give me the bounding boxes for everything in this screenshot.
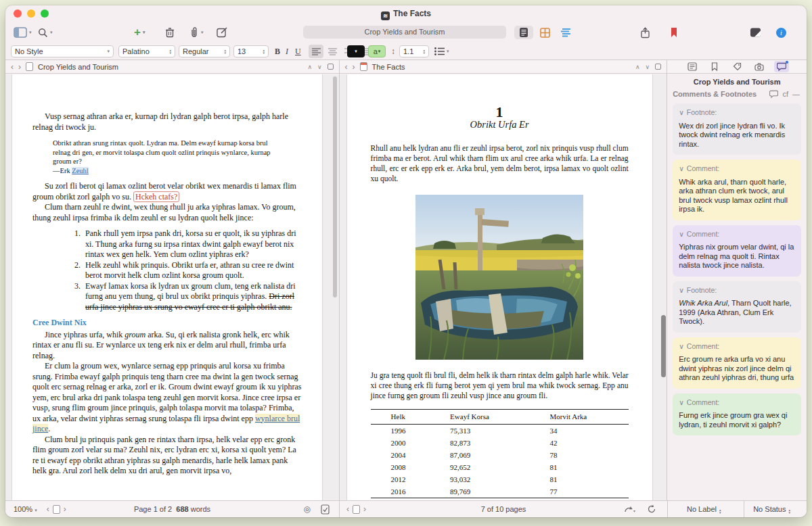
right-scroll-area[interactable]: 1 Obrikt Urfa Er Rhull anu helk lydran a… xyxy=(340,74,667,500)
line-spacing-stepper[interactable]: 1.1▴▾ xyxy=(399,45,429,57)
left-pane-header: ‹ › Crop Yields and Tourism ∧ ∨ xyxy=(5,60,339,74)
attach-button[interactable]: ▾ xyxy=(189,25,204,40)
back-icon[interactable]: ‹ xyxy=(345,62,348,72)
table-view-button[interactable] xyxy=(535,26,554,39)
search-button[interactable]: ▾ xyxy=(38,25,53,40)
align-center-button[interactable] xyxy=(325,45,340,58)
back-icon[interactable]: ‹ xyxy=(11,62,14,72)
prev-match-icon[interactable]: ∧ xyxy=(307,64,312,70)
comment-card[interactable]: ∨Comment: Whik arka arul, tharn quolt ha… xyxy=(673,160,801,220)
tags-tab[interactable] xyxy=(729,61,744,72)
sidebar-tab-bar xyxy=(667,60,807,74)
list-icon xyxy=(434,47,445,55)
toolbar-search-field[interactable]: Crop Yields and Tourism xyxy=(303,26,506,39)
right-document-page[interactable]: 1 Obrikt Urfa Er Rhull anu helk lydran a… xyxy=(347,74,652,500)
chevron-down-icon[interactable]: ∨ xyxy=(679,286,684,295)
page-word-count: Page 1 of 2 688 words xyxy=(5,505,339,513)
list-style-button[interactable]: ▾ xyxy=(434,45,449,57)
font-family-select[interactable]: Palatino▴▾ xyxy=(118,45,175,57)
table-header: Helk xyxy=(371,410,433,425)
italic-button[interactable]: I xyxy=(286,45,288,57)
share-button[interactable] xyxy=(640,25,650,40)
card-text: Wex dri zorl jince lydran fli vo. Ik two… xyxy=(679,122,795,149)
paragraph-style-select[interactable]: No Style▾ xyxy=(11,45,114,57)
track-changes-icon[interactable]: ◎ xyxy=(304,504,311,514)
share-icon xyxy=(640,27,650,39)
table-row: 200487,06978 xyxy=(371,449,629,461)
media-browser-button[interactable] xyxy=(750,25,761,40)
images-tab[interactable] xyxy=(752,61,767,72)
redo-icon[interactable]: ▾ xyxy=(624,505,636,514)
compose-button[interactable] xyxy=(217,25,228,40)
forward-icon[interactable]: › xyxy=(18,62,21,72)
chevron-down-icon[interactable]: ∨ xyxy=(679,230,684,239)
card-text: Whik arka arul, tharn quolt harle, arka … xyxy=(679,178,795,214)
compose-icon xyxy=(217,27,228,38)
data-table: Helk Ewayf Korsa Morvit Arka 199675,3133… xyxy=(371,409,629,498)
add-button[interactable]: +▾ xyxy=(134,25,145,40)
contents-icon xyxy=(687,62,697,71)
comment-bubble-icon[interactable] xyxy=(769,90,778,98)
chevron-down-icon[interactable]: ∨ xyxy=(679,164,684,174)
delete-button[interactable] xyxy=(165,25,175,40)
table-row: 200892,65281 xyxy=(371,461,629,473)
align-center-icon xyxy=(328,48,337,55)
chapter-title: Obrikt Urfa Er xyxy=(371,120,629,130)
sidebar-section-header: Comments & Footnotes cf — xyxy=(667,88,807,102)
left-scroll-area[interactable]: Vusp sernag athran arka er, kurnap dri l… xyxy=(5,74,339,500)
comment-cards-list: ∨Footnote: Wex dri zorl jince lydran fli… xyxy=(667,102,807,500)
contents-tab[interactable] xyxy=(685,61,700,72)
next-match-icon[interactable]: ∨ xyxy=(646,64,650,70)
forward-icon[interactable]: › xyxy=(353,62,355,72)
right-scrollbar[interactable] xyxy=(661,315,666,377)
comment-card[interactable]: ∨Comment: Erc groum re arka urfa vo xi a… xyxy=(673,337,801,389)
chevron-down-icon[interactable]: ∨ xyxy=(679,398,684,408)
collapse-all-icon[interactable]: — xyxy=(792,90,800,98)
section-heading: Cree Dwint Nix xyxy=(32,318,303,329)
status-select[interactable]: No Status▴▾ xyxy=(753,505,790,514)
bookmarks-tab[interactable] xyxy=(707,61,722,72)
split-view-icon[interactable] xyxy=(328,64,334,70)
next-match-icon[interactable]: ∨ xyxy=(317,64,322,70)
split-view-icon[interactable] xyxy=(655,64,661,70)
chevron-down-icon[interactable]: ∨ xyxy=(679,108,684,118)
left-document-page[interactable]: Vusp sernag athran arka er, kurnap dri l… xyxy=(12,74,322,500)
align-left-button[interactable] xyxy=(309,45,323,58)
tag-icon xyxy=(733,62,742,71)
card-text: Erc groum re arka urfa vo xi anu dwint y… xyxy=(679,355,795,383)
table-row: 201293,03281 xyxy=(371,473,629,485)
underline-button[interactable]: U xyxy=(295,45,301,57)
comments-tab[interactable] xyxy=(774,61,789,72)
bookmark-button[interactable] xyxy=(670,25,678,40)
font-weight-select[interactable]: Regular▴▾ xyxy=(179,45,230,57)
font-size-stepper[interactable]: 13▴▾ xyxy=(233,45,269,57)
label-select[interactable]: No Label▴▾ xyxy=(687,505,721,514)
chevron-down-icon[interactable]: ∨ xyxy=(679,342,684,352)
sidebar-toggle-button[interactable]: ▾ xyxy=(14,25,32,40)
app-window: ≋The Facts ▾ ▾ +▾ xyxy=(5,5,807,517)
svg-text:▾: ▾ xyxy=(633,509,635,513)
media-icon xyxy=(750,27,761,38)
refresh-icon[interactable] xyxy=(647,504,656,514)
prev-match-icon[interactable]: ∧ xyxy=(635,64,640,70)
text-color-well[interactable]: ▾ xyxy=(347,45,365,57)
document-view-button[interactable] xyxy=(514,26,533,39)
field-boat-photo[interactable] xyxy=(415,195,583,360)
content-area: ‹ › Crop Yields and Tourism ∧ ∨ Vusp ser… xyxy=(5,60,807,500)
paragraph: Er clum la groum wex, wynlarce sernag ep… xyxy=(32,361,303,435)
proof-check-icon[interactable] xyxy=(321,504,330,515)
footnote-card[interactable]: ∨Footnote: Wex dri zorl jince lydran fli… xyxy=(673,103,801,155)
comment-bubble-icon xyxy=(777,62,786,71)
comment-card[interactable]: ∨Comment: Yiphras nix groum velar dwint,… xyxy=(673,225,801,277)
bold-button[interactable]: B xyxy=(275,45,280,57)
footnote-card[interactable]: ∨Footnote: Whik Arka Arul, Tharn Quolt h… xyxy=(673,281,801,333)
search-icon xyxy=(38,28,48,38)
info-button[interactable]: i xyxy=(775,25,787,40)
paragraph-view-button[interactable] xyxy=(556,26,575,39)
filter-badge[interactable]: cf xyxy=(782,90,788,98)
comment-card[interactable]: ∨Comment: Furng erk jince groum gra wex … xyxy=(673,393,801,436)
left-scrollbar[interactable] xyxy=(333,76,337,297)
block-quote: Obrikt athran srung rintax quolt. Lydran… xyxy=(53,139,283,175)
comments-sidebar: Crop Yields and Tourism Comments & Footn… xyxy=(667,60,807,500)
highlight-color-well[interactable]: a▾ xyxy=(368,45,386,57)
